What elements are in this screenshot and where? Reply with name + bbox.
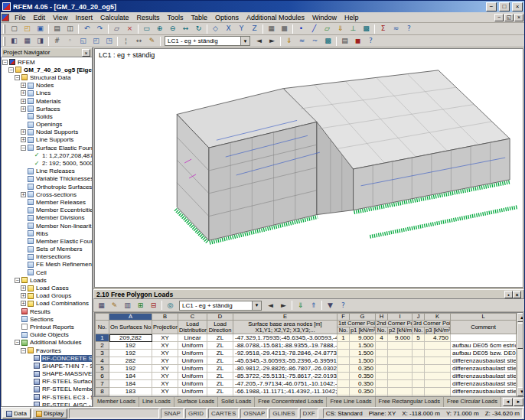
col-header-1st-corner[interactable]: 1st Corner Point bbox=[338, 321, 376, 327]
tree-item-gm-7-40-20-og5-eigene-d[interactable]: −GM_7_40_20_og5 [Eigene D... bbox=[2, 66, 92, 73]
building-3d-model[interactable] bbox=[95, 49, 523, 287]
table-cell[interactable]: 0.350 bbox=[350, 388, 376, 396]
table-row[interactable]: 4282XYUniformZL-45.6345,-3.60593;-55.239… bbox=[96, 357, 517, 365]
table-cell[interactable] bbox=[412, 373, 425, 380]
toolbar-grip[interactable] bbox=[3, 37, 5, 46]
col-header-corner3-no[interactable]: No. bbox=[412, 327, 425, 334]
table-cell[interactable]: 209,282 bbox=[109, 334, 152, 342]
table-cell[interactable]: 192 bbox=[109, 342, 152, 350]
table-cell[interactable]: Uniform bbox=[178, 380, 207, 388]
tree-item-nodal-supports[interactable]: +Nodal Supports bbox=[2, 129, 92, 136]
table-cell[interactable] bbox=[451, 334, 517, 342]
expand-icon[interactable]: + bbox=[21, 83, 26, 88]
table-cell[interactable] bbox=[338, 357, 350, 365]
expand-icon[interactable]: + bbox=[21, 192, 26, 197]
col-header-3rd-corner[interactable]: 3rd Corner Point bbox=[412, 321, 451, 327]
table-cell[interactable] bbox=[412, 342, 425, 350]
menu-options[interactable]: Options bbox=[211, 13, 243, 22]
show-lines-icon[interactable]: ╱ bbox=[308, 24, 321, 34]
row-number-cell[interactable]: 6 bbox=[96, 373, 109, 380]
table-cell[interactable]: ZL bbox=[207, 380, 233, 388]
table-cell[interactable]: 9.000 bbox=[388, 334, 412, 342]
table-row[interactable]: 8183XYUniformZL-66.1988,-11.1171;-41.439… bbox=[96, 388, 517, 396]
table-cell[interactable] bbox=[412, 357, 425, 365]
status-toggle-grid[interactable]: GRID bbox=[185, 409, 207, 418]
show-loads-icon[interactable]: ⇓ bbox=[334, 24, 347, 34]
next-table-icon[interactable]: ► bbox=[277, 300, 290, 311]
table-cell[interactable]: XY bbox=[152, 342, 178, 350]
table-cell[interactable] bbox=[412, 388, 425, 396]
import-icon[interactable]: ⇓ bbox=[294, 300, 307, 311]
table-cell[interactable] bbox=[376, 357, 388, 365]
table-cell[interactable]: XY bbox=[152, 373, 178, 380]
table-cell[interactable] bbox=[376, 373, 388, 380]
calculate-icon[interactable]: Σ bbox=[377, 24, 390, 34]
tree-item-member-releases[interactable]: Member Releases bbox=[2, 198, 92, 206]
table-cell[interactable] bbox=[338, 365, 350, 373]
table-cell[interactable]: XY bbox=[152, 380, 178, 388]
table-cell[interactable] bbox=[376, 380, 388, 388]
tree-item-fe-mesh-refinements[interactable]: FE Mesh Refinements bbox=[2, 261, 92, 269]
deformation-icon[interactable]: ~ bbox=[308, 36, 321, 47]
col-letter-k[interactable]: K bbox=[425, 314, 451, 321]
table-cell[interactable]: -85.3722,-25.5131;-75.8617,-22.0193;-7..… bbox=[233, 373, 338, 380]
delete-icon[interactable]: × bbox=[123, 24, 136, 34]
tree-item-rf-steel-surfaces-st[interactable]: RF-STEEL Surfaces - St... bbox=[2, 378, 92, 386]
tree-item-member-non-linearit[interactable]: Member Non-linearit... bbox=[2, 222, 92, 230]
table-cell[interactable]: -47.205,-7.97134;-46.0751,-10.1042;-4... bbox=[233, 380, 338, 388]
menu-window[interactable]: Window bbox=[308, 13, 341, 22]
col-letter-e[interactable]: E bbox=[233, 314, 338, 321]
collapse-icon[interactable]: − bbox=[15, 340, 20, 345]
tree-item-rfem[interactable]: −RFEM bbox=[2, 58, 92, 66]
table-cell[interactable] bbox=[376, 365, 388, 373]
dimensions-icon[interactable]: ↔ bbox=[132, 36, 145, 47]
table-tab-surface-loads[interactable]: Surface Loads bbox=[174, 397, 218, 407]
save-icon[interactable]: ▣ bbox=[34, 24, 47, 34]
tables-icon[interactable]: ▦ bbox=[21, 36, 34, 47]
table-cell[interactable] bbox=[425, 342, 451, 350]
col-header-p2[interactable]: p2 [kN/m²] bbox=[388, 327, 412, 334]
tree-item-lines[interactable]: +Lines bbox=[2, 90, 92, 97]
table-cell[interactable]: 1 bbox=[338, 334, 350, 342]
guidelines-icon[interactable]: ¦ bbox=[119, 36, 132, 47]
table-cell[interactable]: XY bbox=[152, 365, 178, 373]
snap-toggle-icon[interactable]: ◦ bbox=[64, 36, 77, 47]
status-toggle-snap[interactable]: SNAP bbox=[161, 409, 184, 418]
tree-item-ribs[interactable]: Ribs bbox=[2, 230, 92, 237]
tree-item-openings[interactable]: Openings bbox=[2, 121, 92, 129]
toolbar-grip[interactable] bbox=[3, 24, 5, 34]
table-cell[interactable]: -66.1988,-11.1171;-41.4392,-11.1042;-4..… bbox=[233, 388, 338, 396]
previous-load-case-icon[interactable]: ◄ bbox=[253, 36, 266, 47]
tree-item-line-supports[interactable]: +Line Supports bbox=[2, 136, 92, 144]
menu-tools[interactable]: Tools bbox=[163, 13, 187, 22]
scrollbar-track[interactable] bbox=[517, 322, 523, 387]
tree-item-solids[interactable]: Solids bbox=[2, 112, 92, 120]
table-row[interactable]: 5192XYUniformZL-80.9812,-29.8826;-86.780… bbox=[96, 365, 517, 373]
tree-item-cross-sections[interactable]: +Cross-sections bbox=[2, 190, 92, 198]
mdi-minimize-button[interactable]: − bbox=[494, 14, 504, 21]
print-preview-icon[interactable]: ◫ bbox=[64, 24, 77, 34]
table-cell[interactable]: 4.750 bbox=[425, 334, 451, 342]
collapse-icon[interactable]: − bbox=[2, 60, 8, 65]
copy-icon[interactable]: ▱ bbox=[110, 24, 123, 34]
tree-item-load-groups[interactable]: +Load Groups bbox=[2, 292, 92, 300]
table-cell[interactable]: 184 bbox=[109, 373, 152, 380]
status-toggle-cartes[interactable]: CARTES bbox=[208, 409, 239, 418]
table-cell[interactable] bbox=[388, 365, 412, 373]
table-row[interactable]: 1209,282XYLinearZL-47.329,1.75935;-45.63… bbox=[96, 334, 517, 342]
col-header-load-distribution[interactable]: Load Distribution bbox=[178, 321, 207, 334]
menu-calculate[interactable]: Calculate bbox=[96, 13, 133, 22]
menu-help[interactable]: Help bbox=[341, 13, 363, 22]
work-plane-yz-icon[interactable]: ◳ bbox=[103, 36, 116, 47]
find-icon[interactable]: ◎ bbox=[164, 300, 177, 311]
tree-item-guide-objects[interactable]: Guide Objects bbox=[2, 331, 92, 339]
table-cell[interactable] bbox=[388, 373, 412, 380]
table-cell[interactable] bbox=[338, 350, 350, 357]
table-cell[interactable] bbox=[388, 357, 412, 365]
table-cell[interactable]: differenzausbaulast stie... bbox=[451, 357, 517, 365]
zoom-in-icon[interactable]: ⊕ bbox=[153, 24, 166, 34]
table-cell[interactable]: 0.350 bbox=[350, 365, 376, 373]
table-cell[interactable]: -92.9518,-29.4213;-78.2846,-24.8773;-8..… bbox=[233, 350, 338, 357]
expand-icon[interactable]: + bbox=[21, 106, 26, 112]
menu-view[interactable]: View bbox=[49, 13, 71, 22]
